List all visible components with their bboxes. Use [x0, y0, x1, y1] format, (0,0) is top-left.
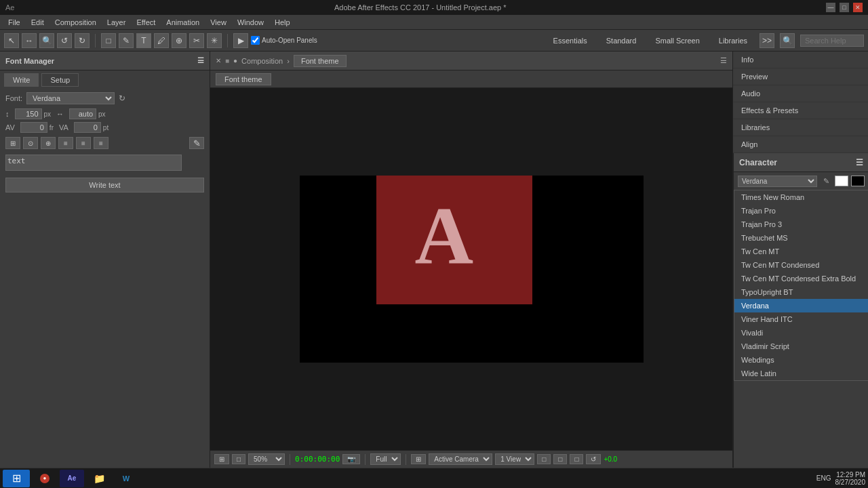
align-icon-1[interactable]: ⊞ — [5, 137, 20, 149]
font-item-webdings[interactable]: Webdings — [734, 353, 868, 367]
search-icon-btn[interactable]: 🔍 — [780, 33, 795, 48]
align-icon-3[interactable]: ⊕ — [41, 137, 56, 149]
rp-preview[interactable]: Preview — [733, 68, 868, 85]
menu-view[interactable]: View — [205, 17, 232, 28]
menu-file[interactable]: File — [3, 17, 26, 28]
undo-btn[interactable]: ↺ — [57, 33, 72, 48]
rp-align[interactable]: Align — [733, 136, 868, 153]
redo-btn[interactable]: ↻ — [75, 33, 90, 48]
camera-select[interactable]: Active Camera — [429, 453, 492, 465]
font-item-wide-latin[interactable]: Wide Latin — [734, 367, 868, 380]
font-select[interactable]: Verdana — [26, 92, 115, 104]
font-item-times-new-roman[interactable]: Times New Roman — [734, 190, 868, 204]
vc-res-btn[interactable]: ⊞ — [411, 454, 426, 464]
asterisk-tool[interactable]: ✳ — [207, 33, 222, 48]
workspace-essentials[interactable]: Essentials — [547, 35, 594, 46]
font-item-verdana[interactable]: Verdana — [734, 299, 868, 312]
taskbar-edge[interactable]: ● — [33, 470, 57, 487]
font-item-tw-cen-mt[interactable]: Tw Cen MT — [734, 245, 868, 258]
char-color-black[interactable] — [851, 176, 865, 186]
char-style-btn[interactable]: ✎ — [820, 175, 832, 187]
vc-preview-btn[interactable]: □ — [232, 454, 245, 464]
view-select[interactable]: 1 View — [495, 453, 534, 465]
move-tool[interactable]: ↔ — [22, 33, 37, 48]
font-item-tw-cen-condensed[interactable]: Tw Cen MT Condensed — [734, 258, 868, 272]
quality-select[interactable]: Full — [370, 453, 401, 465]
shape-tool[interactable]: □ — [101, 33, 116, 48]
vc-v4[interactable]: ↺ — [586, 454, 601, 464]
text-input[interactable]: text — [5, 155, 182, 171]
zoom-tool[interactable]: 🔍 — [39, 33, 54, 48]
rp-audio[interactable]: Audio — [733, 85, 868, 102]
taskbar-aftereffects[interactable]: Ae — [60, 470, 84, 487]
vc-v2[interactable]: □ — [553, 454, 567, 464]
start-button[interactable]: ⊞ — [3, 470, 30, 487]
offset-display: +0.0 — [604, 455, 617, 463]
font-size-input[interactable] — [15, 108, 42, 119]
zoom-select[interactable]: 50% 100% — [248, 453, 285, 465]
font-manager-menu[interactable]: ☰ — [197, 56, 204, 65]
workspace-small-screen[interactable]: Small Screen — [648, 35, 706, 46]
tracking-input[interactable] — [74, 122, 101, 133]
pen-tool[interactable]: ✎ — [119, 33, 134, 48]
write-text-button[interactable]: Write text — [5, 178, 204, 192]
vc-snap-btn[interactable]: ⊞ — [214, 454, 229, 464]
trim-tool[interactable]: ✂ — [189, 33, 204, 48]
rp-effects[interactable]: Effects & Presets — [733, 102, 868, 119]
char-color-swatch[interactable] — [835, 176, 848, 186]
font-theme-tab[interactable]: Font theme — [216, 73, 271, 85]
font-item-vivaldi[interactable]: Vivaldi — [734, 326, 868, 340]
brush-tool[interactable]: 🖊 — [154, 33, 169, 48]
render-btn[interactable]: ▶ — [233, 33, 248, 48]
align-center[interactable]: ≡ — [76, 137, 91, 149]
workspace-standard[interactable]: Standard — [599, 35, 644, 46]
text-icon-btn[interactable]: ✎ — [189, 137, 204, 149]
close-button[interactable]: ✕ — [853, 3, 863, 12]
menu-animation[interactable]: Animation — [161, 17, 205, 28]
text-tool[interactable]: T — [136, 33, 151, 48]
rp-libraries[interactable]: Libraries — [733, 119, 868, 136]
menu-layer[interactable]: Layer — [102, 17, 132, 28]
align-icon-2[interactable]: ⊙ — [23, 137, 38, 149]
comp-tab[interactable]: Font theme — [294, 55, 347, 67]
more-workspaces[interactable]: >> — [760, 33, 774, 48]
font-item-trebuchet[interactable]: Trebuchet MS — [734, 231, 868, 245]
char-menu-icon[interactable]: ☰ — [856, 158, 863, 167]
font-item-trajan-pro[interactable]: Trajan Pro — [734, 204, 868, 218]
setup-tab[interactable]: Setup — [41, 73, 79, 87]
menu-window[interactable]: Window — [232, 17, 269, 28]
char-font-select[interactable]: Verdana — [738, 176, 817, 187]
align-right[interactable]: ≡ — [94, 137, 108, 149]
font-width-input[interactable] — [69, 108, 96, 119]
main-area: Font Manager ☰ Write Setup Font: Verdana… — [0, 52, 868, 468]
maximize-button[interactable]: □ — [840, 3, 849, 12]
taskbar: ⊞ ● Ae 📁 W ENG 12:29 PM 8/27/2020 — [0, 468, 868, 488]
auto-open-panels-label[interactable]: Auto-Open Panels — [251, 36, 317, 45]
minimize-button[interactable]: — — [826, 3, 835, 12]
write-tab[interactable]: Write — [4, 73, 39, 87]
font-item-tw-cen-extra-bold[interactable]: Tw Cen MT Condensed Extra Bold — [734, 272, 868, 285]
workspace-libraries[interactable]: Libraries — [712, 35, 754, 46]
font-item-viner[interactable]: Viner Hand ITC — [734, 312, 868, 326]
menu-edit[interactable]: Edit — [26, 17, 50, 28]
comp-close-btn[interactable]: ✕ — [216, 57, 221, 64]
rp-info[interactable]: Info — [733, 52, 868, 68]
taskbar-explorer[interactable]: 📁 — [87, 470, 111, 487]
add-tool[interactable]: ⊕ — [172, 33, 186, 48]
taskbar-word[interactable]: W — [114, 470, 138, 487]
select-tool[interactable]: ↖ — [4, 33, 19, 48]
font-item-trajan-pro-3[interactable]: Trajan Pro 3 — [734, 218, 868, 231]
menu-composition[interactable]: Composition — [50, 17, 102, 28]
kerning-input[interactable] — [20, 122, 47, 133]
vc-camera-icon[interactable]: 📷 — [342, 454, 360, 464]
font-item-typoupright[interactable]: TypoUpright BT — [734, 285, 868, 299]
menu-effect[interactable]: Effect — [131, 17, 161, 28]
refresh-fonts-btn[interactable]: ↻ — [119, 94, 125, 103]
menu-help[interactable]: Help — [269, 17, 296, 28]
search-input[interactable] — [805, 37, 859, 45]
vc-v3[interactable]: □ — [570, 454, 583, 464]
vc-v1[interactable]: □ — [537, 454, 551, 464]
font-item-vladimir[interactable]: Vladimir Script — [734, 340, 868, 353]
auto-open-panels-checkbox[interactable] — [251, 36, 260, 45]
align-left[interactable]: ≡ — [58, 137, 73, 149]
